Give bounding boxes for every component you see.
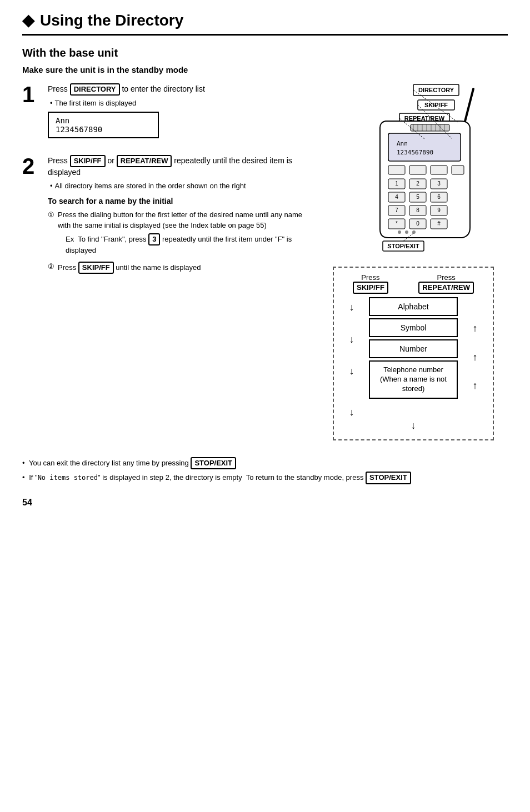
phone-svg: DIRECTORY SKIP/FF REPEAT/REW [336,83,491,255]
step-2-bullet: All directory items are stored in the or… [50,182,308,190]
directory-button-step1: DIRECTORY [70,83,120,96]
svg-text:SKIP/FF: SKIP/FF [424,102,448,108]
svg-text:5: 5 [416,194,419,200]
search-list: ① Press the dialing button for the first… [48,210,308,274]
svg-rect-21 [431,166,447,174]
svg-text:1234567890: 1234567890 [397,149,433,156]
arrow-down-4: ↓ [349,407,354,419]
svg-text:2: 2 [416,181,419,187]
stop-exit-btn-footer2: STOP/EXIT [366,472,411,484]
footer-note-2: If "No items stored" is displayed in ste… [22,472,508,484]
flow-box-symbol: Symbol [369,318,458,337]
stop-exit-btn-footer1: STOP/EXIT [191,457,236,469]
flow-box-number: Number [369,339,458,358]
step-2-content: Press SKIP/FF or REPEAT/REW repeatedly u… [48,155,308,279]
search-item-2: ② Press SKIP/FF until the name is displa… [48,262,308,274]
search-item-1: ① Press the dialing button for the first… [48,210,308,256]
arrow-down-1: ↓ [349,302,354,314]
skipff-button-step2: SKIP/FF [70,155,106,167]
step-1-bullet: The first item is displayed [50,99,308,107]
svg-text:0: 0 [416,220,419,227]
svg-text:6: 6 [437,194,441,200]
flow-press-left: Press SKIP/FF [353,273,388,294]
svg-text:4: 4 [395,194,398,200]
svg-point-48 [405,230,408,234]
svg-text:9: 9 [437,207,441,213]
svg-text:Ann: Ann [397,140,408,147]
arrow-up-3: ↑ [473,380,478,392]
skipff-button-search: SKIP/FF [78,262,114,274]
svg-text:1: 1 [395,181,398,187]
flow-right-arrows: ↑ ↑ ↑ [465,297,485,392]
step-1-text: Press DIRECTORY to enter the directory l… [48,83,308,96]
svg-text:STOP/EXIT: STOP/EXIT [387,243,419,249]
phone-diagram: DIRECTORY SKIP/FF REPEAT/REW [330,83,497,255]
svg-text:8: 8 [416,207,419,213]
svg-point-49 [412,230,416,234]
page-number: 54 [22,498,508,508]
arrow-down-bottom: ↓ [411,420,416,432]
display-name: Ann [56,116,151,125]
left-column: 1 Press DIRECTORY to enter the directory… [22,83,308,292]
right-column: DIRECTORY SKIP/FF REPEAT/REW [319,83,508,440]
page-title: ◆ Using the Directory [22,11,508,36]
repeatrew-button-step2: REPEAT/REW [117,155,172,167]
search-section: To search for a name by the initial ① Pr… [48,197,308,274]
arrow-down-3: ↓ [349,365,354,378]
key-3-button: 3 [148,233,160,245]
flow-box-alphabet: Alphabet [369,297,458,316]
search-item-2-num: ② [48,262,54,272]
no-items-code: No items stored [38,474,98,482]
svg-text:#: # [437,220,441,227]
svg-rect-16 [388,133,461,161]
svg-rect-19 [388,166,405,174]
flow-bottom-arrow: ↓ [342,420,485,432]
search-title: To search for a name by the initial [48,197,308,205]
section-header: With the base unit [22,47,508,59]
svg-rect-7 [411,124,449,131]
step-2-number: 2 [22,155,42,177]
arrow-up-1: ↑ [473,323,478,335]
svg-rect-20 [409,166,426,174]
arrow-up-2: ↑ [473,352,478,364]
display-number: 1234567890 [56,125,151,134]
display-box: Ann 1234567890 [48,112,159,138]
flow-box-telephone: Telephone number(When a name is not stor… [369,360,458,399]
arrow-down-2: ↓ [349,334,354,346]
footer-note-1: You can exit the directory list any time… [22,457,508,469]
step-2-text: Press SKIP/FF or REPEAT/REW repeatedly u… [48,155,308,178]
section-subheader: Make sure the unit is in the standby mod… [22,65,508,74]
svg-point-47 [398,230,401,234]
flow-repeatrew-btn: REPEAT/REW [418,282,474,294]
svg-text:*: * [396,220,398,227]
title-arrow-icon: ◆ [22,11,34,29]
flow-skipff-btn: SKIP/FF [353,282,388,294]
flow-diagram: Press SKIP/FF Press REPEAT/REW ↓ ↓ ↓ [333,267,494,440]
flow-press-right: Press REPEAT/REW [418,273,474,294]
flow-left-arrows: ↓ ↓ ↓ ↓ [342,297,362,418]
svg-text:DIRECTORY: DIRECTORY [418,87,454,93]
svg-text:3: 3 [437,181,441,187]
title-text: Using the Directory [40,12,183,29]
step-1-content: Press DIRECTORY to enter the directory l… [48,83,308,143]
svg-rect-22 [452,166,464,174]
step-1: 1 Press DIRECTORY to enter the directory… [22,83,308,143]
step-1-number: 1 [22,83,42,106]
search-item-1-num: ① [48,210,54,220]
flow-body: ↓ ↓ ↓ ↓ Alphabet Symbol Number Telephone… [342,297,485,418]
footer-notes: You can exit the directory list any time… [22,457,508,484]
step-2: 2 Press SKIP/FF or REPEAT/REW repeatedly… [22,155,308,279]
main-content: 1 Press DIRECTORY to enter the directory… [22,83,508,440]
svg-text:7: 7 [395,207,398,213]
flow-center: Alphabet Symbol Number Telephone number(… [362,297,465,399]
search-item-1-ex: Ex To find "Frank", press 3 repeatedly u… [66,233,308,256]
flow-header: Press SKIP/FF Press REPEAT/REW [342,273,485,294]
